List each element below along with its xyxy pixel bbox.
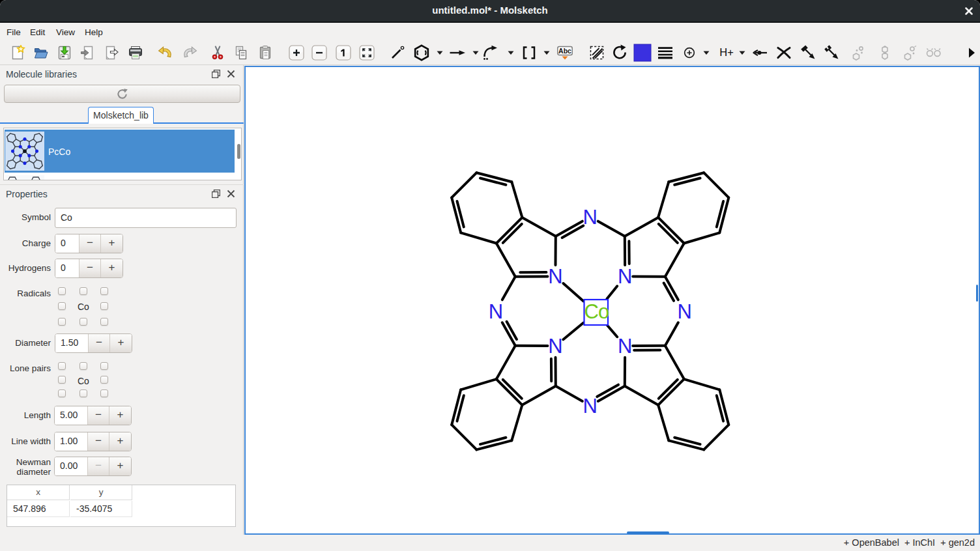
svg-text:N: N <box>583 395 598 417</box>
svg-text:N: N <box>548 265 562 288</box>
svg-text:H+: H+ <box>719 46 734 58</box>
svg-text:N: N <box>548 335 562 358</box>
svg-text:Co: Co <box>584 300 609 323</box>
svg-text:N: N <box>583 206 598 229</box>
svg-text:N: N <box>489 300 503 323</box>
svg-text:Abc: Abc <box>558 47 571 55</box>
svg-text:N: N <box>677 300 691 323</box>
svg-text:N: N <box>618 265 632 288</box>
svg-text:N: N <box>618 335 632 358</box>
